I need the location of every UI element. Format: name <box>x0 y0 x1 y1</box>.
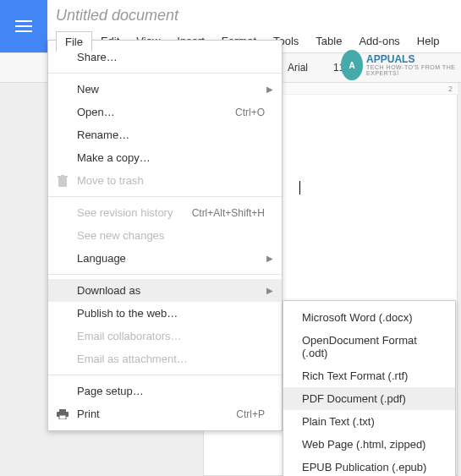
menu-file[interactable]: File <box>56 31 92 52</box>
watermark-brand: APPUALS <box>366 54 456 64</box>
menu-trash: Move to trash <box>48 169 282 192</box>
menu-publish[interactable]: Publish to the web… <box>48 302 282 325</box>
watermark-logo-icon: A <box>341 50 363 80</box>
menu-separator <box>48 196 282 197</box>
ruler-mark: 2 <box>448 85 453 93</box>
menu-separator <box>48 274 282 275</box>
menu-separator <box>48 73 282 74</box>
font-selector[interactable]: Arial <box>288 62 308 74</box>
menu-emailattach: Email as attachment… <box>48 347 282 370</box>
svg-rect-3 <box>58 178 67 187</box>
download-submenu: Microsoft Word (.docx) OpenDocument Form… <box>283 300 456 476</box>
submenu-odt[interactable]: OpenDocument Format (.odt) <box>283 329 455 364</box>
submenu-html[interactable]: Web Page (.html, zipped) <box>283 433 455 456</box>
svg-rect-8 <box>59 415 66 419</box>
hamburger-button[interactable] <box>0 0 47 52</box>
svg-rect-4 <box>58 176 68 178</box>
watermark: A APPUALS TECH HOW-TO'S FROM THE EXPERTS… <box>341 47 456 83</box>
menu-newchanges: See new changes <box>48 224 282 247</box>
submenu-epub[interactable]: EPUB Publication (.epub) <box>283 456 455 476</box>
submenu-arrow-icon: ▶ <box>266 254 273 263</box>
menu-revision: See revision historyCtrl+Alt+Shift+H <box>48 201 282 224</box>
submenu-docx[interactable]: Microsoft Word (.docx) <box>283 306 455 329</box>
menu-language[interactable]: Language▶ <box>48 247 282 270</box>
svg-rect-6 <box>59 409 66 412</box>
submenu-arrow-icon: ▶ <box>266 85 273 94</box>
svg-rect-5 <box>61 175 64 176</box>
shortcut-text: Ctrl+Alt+Shift+H <box>192 207 265 219</box>
menu-new[interactable]: New▶ <box>48 78 282 101</box>
print-icon <box>55 409 70 419</box>
menu-separator <box>48 375 282 375</box>
menu-pagesetup[interactable]: Page setup… <box>48 380 282 402</box>
shortcut-text: Ctrl+P <box>236 408 265 420</box>
menu-open[interactable]: Open…Ctrl+O <box>48 101 282 123</box>
shortcut-text: Ctrl+O <box>235 107 265 118</box>
menu-emailcollab: Email collaborators… <box>48 325 282 347</box>
submenu-txt[interactable]: Plain Text (.txt) <box>283 410 455 433</box>
submenu-rtf[interactable]: Rich Text Format (.rtf) <box>283 364 455 387</box>
menu-icon <box>15 20 32 32</box>
menu-print[interactable]: PrintCtrl+P <box>48 402 282 425</box>
submenu-pdf[interactable]: PDF Document (.pdf) <box>283 387 455 410</box>
menu-download[interactable]: Download as▶ <box>48 279 282 302</box>
svg-rect-0 <box>15 20 32 22</box>
menu-makecopy[interactable]: Make a copy… <box>48 146 282 169</box>
svg-rect-2 <box>15 30 32 32</box>
svg-rect-1 <box>15 25 32 27</box>
text-cursor <box>299 181 300 194</box>
document-title[interactable]: Untitled document <box>56 7 461 25</box>
watermark-tagline: TECH HOW-TO'S FROM THE EXPERTS! <box>366 64 456 76</box>
trash-icon <box>55 175 70 187</box>
file-menu-dropdown: Share… New▶ Open…Ctrl+O Rename… Make a c… <box>47 40 283 431</box>
menu-rename[interactable]: Rename… <box>48 123 282 146</box>
submenu-arrow-icon: ▶ <box>266 286 273 295</box>
